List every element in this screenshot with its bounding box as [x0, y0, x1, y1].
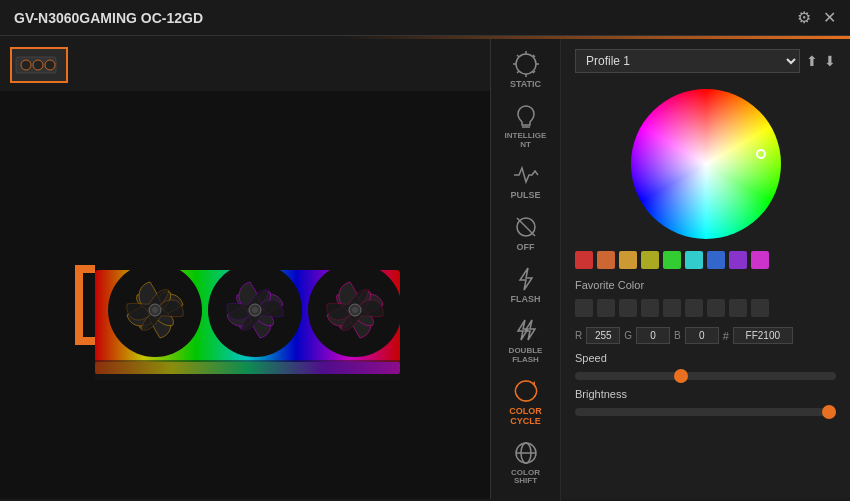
- brightness-label: Brightness: [575, 388, 836, 400]
- mode-btn-colorshift[interactable]: COLORSHIFT: [494, 434, 558, 492]
- intelligent-icon: [512, 102, 540, 130]
- favorite-color-label: Favorite Color: [575, 279, 836, 291]
- svg-point-2: [33, 60, 43, 70]
- off-icon: [512, 213, 540, 241]
- swatch-magenta[interactable]: [751, 251, 769, 269]
- mode-btn-pulse[interactable]: PULSE: [494, 156, 558, 206]
- fav-swatch-5[interactable]: [663, 299, 681, 317]
- mode-label-intelligent: INTELLIGENT: [505, 132, 547, 150]
- mode-btn-colorcycle[interactable]: COLORCYCLE: [494, 372, 558, 432]
- gpu-illustration: [55, 190, 435, 400]
- speed-slider[interactable]: [575, 372, 836, 380]
- color-wheel-cursor[interactable]: [756, 149, 766, 159]
- swatch-purple[interactable]: [729, 251, 747, 269]
- b-label: B: [674, 330, 681, 341]
- r-label: R: [575, 330, 582, 341]
- svg-point-1: [21, 60, 31, 70]
- swatch-orange[interactable]: [597, 251, 615, 269]
- svg-rect-7: [75, 265, 83, 345]
- settings-icon[interactable]: ⚙: [797, 8, 811, 27]
- swatch-cyan[interactable]: [685, 251, 703, 269]
- favorite-swatch-row: [575, 299, 836, 317]
- svg-line-31: [517, 55, 519, 57]
- doubleflash-icon: [512, 317, 540, 345]
- fav-swatch-8[interactable]: [729, 299, 747, 317]
- mode-btn-static[interactable]: STATIC: [494, 45, 558, 95]
- close-icon[interactable]: ✕: [823, 8, 836, 27]
- mode-label-flash: FLASH: [511, 295, 541, 305]
- mode-btn-intelligent[interactable]: INTELLIGENT: [494, 97, 558, 155]
- swatch-yellowgreen[interactable]: [641, 251, 659, 269]
- fav-swatch-4[interactable]: [641, 299, 659, 317]
- profile-row: Profile 1 ⬆ ⬇: [575, 49, 836, 73]
- mode-btn-off[interactable]: OFF: [494, 208, 558, 258]
- svg-line-33: [517, 71, 519, 73]
- svg-rect-25: [95, 360, 400, 380]
- g-label: G: [624, 330, 632, 341]
- swatch-row: [575, 251, 836, 269]
- fav-swatch-6[interactable]: [685, 299, 703, 317]
- g-input[interactable]: [636, 327, 670, 344]
- app-title: GV-N3060GAMING OC-12GD: [14, 10, 203, 26]
- mode-label-colorshift: COLORSHIFT: [511, 469, 540, 487]
- swatch-green[interactable]: [663, 251, 681, 269]
- controls-area: STATIC INTELLIGENT PULSE: [491, 39, 850, 501]
- colorcycle-icon: [512, 377, 540, 405]
- fav-swatch-2[interactable]: [597, 299, 615, 317]
- svg-point-24: [352, 307, 358, 313]
- gpu-thumbnail[interactable]: [10, 47, 68, 83]
- svg-point-21: [252, 307, 258, 313]
- mode-label-doubleflash: DOUBLEFLASH: [509, 347, 543, 365]
- mode-label-static: STATIC: [510, 80, 541, 90]
- speed-section: Speed: [575, 352, 836, 380]
- mode-label-colorcycle: COLORCYCLE: [509, 407, 542, 427]
- rgb-row: R G B #: [575, 327, 836, 344]
- color-wheel[interactable]: [631, 89, 781, 239]
- main-content: STATIC INTELLIGENT PULSE: [0, 39, 850, 499]
- import-button[interactable]: ⬇: [824, 53, 836, 69]
- static-icon: [512, 50, 540, 78]
- pulse-icon: [512, 161, 540, 189]
- mode-btn-doubleflash[interactable]: DOUBLEFLASH: [494, 312, 558, 370]
- title-bar: GV-N3060GAMING OC-12GD ⚙ ✕: [0, 0, 850, 36]
- mode-btn-gradient[interactable]: GRADIENT: [494, 493, 558, 501]
- fav-swatch-9[interactable]: [751, 299, 769, 317]
- fav-swatch-7[interactable]: [707, 299, 725, 317]
- thumbnail-bar: [0, 39, 490, 91]
- flash-icon: [512, 265, 540, 293]
- profile-select[interactable]: Profile 1: [575, 49, 800, 73]
- mode-btn-flash[interactable]: FLASH: [494, 260, 558, 310]
- swatch-blue[interactable]: [707, 251, 725, 269]
- mode-label-off: OFF: [517, 243, 535, 253]
- r-input[interactable]: [586, 327, 620, 344]
- export-button[interactable]: ⬆: [806, 53, 818, 69]
- window-controls: ⚙ ✕: [797, 8, 836, 27]
- speed-label: Speed: [575, 352, 836, 364]
- fav-swatch-3[interactable]: [619, 299, 637, 317]
- colorshift-icon: [512, 439, 540, 467]
- hex-input[interactable]: [733, 327, 793, 344]
- svg-point-3: [45, 60, 55, 70]
- b-input[interactable]: [685, 327, 719, 344]
- left-panel: [0, 39, 490, 499]
- swatch-yellow[interactable]: [619, 251, 637, 269]
- color-wheel-container: [575, 89, 836, 239]
- right-panel: STATIC INTELLIGENT PULSE: [490, 39, 850, 499]
- brightness-section: Brightness: [575, 388, 836, 416]
- mode-label-pulse: PULSE: [510, 191, 540, 201]
- settings-panel: Profile 1 ⬆ ⬇: [561, 39, 850, 501]
- svg-rect-8: [75, 265, 95, 273]
- svg-point-18: [152, 307, 158, 313]
- svg-rect-9: [75, 337, 95, 345]
- mode-column: STATIC INTELLIGENT PULSE: [491, 39, 561, 501]
- brightness-slider[interactable]: [575, 408, 836, 416]
- gpu-display: [0, 91, 490, 499]
- swatch-red[interactable]: [575, 251, 593, 269]
- fav-swatch-1[interactable]: [575, 299, 593, 317]
